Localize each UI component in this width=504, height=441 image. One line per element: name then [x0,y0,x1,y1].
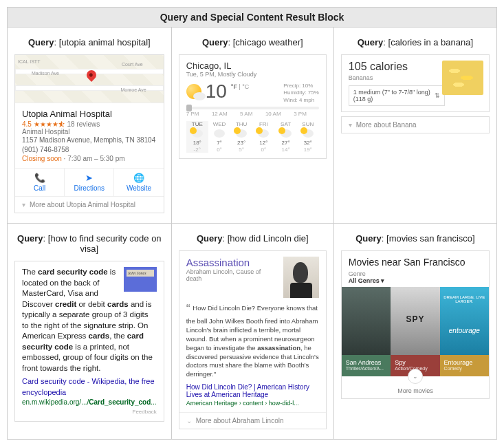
answer-card: Assassination Abraham Lincoln, Cause of … [179,250,327,429]
poster-row: San AndreasThriller/Action/A...SpyAction… [342,287,489,376]
hour-labels: 7 PM12 AM 5 AM10 AM 3 PM [186,111,319,117]
business-address: 1157 Madison Avenue, Memphis, TN 38104 [22,136,157,145]
query-line: Query: [how to find security code on vis… [14,233,164,254]
featured-snippet: The card security code is located on the… [14,261,164,422]
query-line: Query: [calories in a banana] [341,37,490,47]
rating-value: 4.5 [22,120,32,128]
knowledge-card: ICAL ISTT Madison Ave Court Ave Monroe A… [14,54,164,213]
query-text: [how did Lincoln die] [228,233,309,244]
block-header: Query and Special Content Result Block [8,8,496,28]
review-count[interactable]: 18 reviews [67,120,100,128]
weather-icon [186,84,201,99]
movie-poster[interactable]: EntourageComedy [440,287,489,376]
query-text: [calories in a banana] [388,37,474,47]
expand-circle-icon[interactable]: ⌄ [408,369,423,384]
genre-label: Genre [349,270,366,277]
business-phone: (901) 746-8758 [22,145,157,155]
query-label: Query [28,37,54,47]
action-row: 📞Call ➤Directions 🌐Website [15,168,164,196]
query-text: [how to find security code on visa] [48,233,162,254]
time-slider[interactable] [186,107,319,109]
select-arrows-icon: ⇅ [435,92,440,99]
genre-select[interactable]: All Genres ▾ [349,277,385,284]
source-link[interactable]: Card security code - Wikipedia, the free… [22,377,155,396]
source-breadcrumb: American Heritage › content › how-did-l.… [179,398,326,412]
cell-utopia: Query: [utopia animal hospital] ICAL IST… [8,28,172,224]
chevron-down-icon: ▾ [381,277,384,284]
forecast-day[interactable]: WED7°0° [208,121,230,153]
source-link[interactable]: How Did Lincoln Die? | American History … [179,383,326,398]
directions-button[interactable]: ➤Directions [65,169,114,196]
forecast-day[interactable]: SUN32°19° [297,121,319,153]
website-button[interactable]: 🌐Website [114,169,163,196]
phone-icon: 📞 [15,173,64,183]
forecast-day[interactable]: THU23°5° [230,121,252,153]
cell-lincoln: Query: [how did Lincoln die] Assassinati… [172,224,334,439]
weather-card: Chicago, IL Tue, 5 PM, Mostly Cloudy 10 … [179,54,327,159]
chevron-down-icon: ▾ [349,121,352,129]
query-text: [chicago weather] [233,37,303,47]
business-title[interactable]: Utopia Animal Hospital [22,109,157,119]
movies-title: Movies near San Francisco [349,257,482,268]
movie-poster[interactable]: San AndreasThriller/Action/A... [342,287,391,376]
examples-grid: Query: [utopia animal hospital] ICAL IST… [8,28,496,439]
forecast-day[interactable]: TUE18°-2° [186,121,208,153]
slider-thumb-icon[interactable] [186,105,192,111]
query-line: Query: [how did Lincoln die] [179,233,327,244]
closing-status: Closing soon [22,155,62,162]
unit-f[interactable]: °F [231,83,237,90]
cell-calories: Query: [calories in a banana] 105 calori… [334,28,496,224]
weather-subtitle: Tue, 5 PM, Mostly Cloudy [186,71,319,78]
business-category: Animal Hospital [22,128,157,136]
movies-card: Movies near San Francisco Genre All Genr… [341,250,490,399]
query-text: [utopia animal hospital] [59,37,151,47]
query-line: Query: [utopia animal hospital] [14,37,164,47]
more-movies-row[interactable]: ⌄ More movies [342,376,489,398]
feedback-link[interactable]: Feedback [22,409,157,416]
unit-c[interactable]: °C [242,83,249,90]
more-about-row[interactable]: ▾ More about Banana [341,116,490,133]
lincoln-portrait [283,257,319,298]
result-block-frame: Query and Special Content Result Block Q… [7,7,497,440]
more-about-row[interactable]: ⌄ More about Abraham Lincoln [179,412,326,429]
temperature-value: 10 [206,80,227,103]
cell-security-code: Query: [how to find security code on vis… [8,224,172,439]
answer-quote: How Did Lincoln Die? Everyone knows that… [179,301,326,383]
answer-title: Assassination [186,257,278,268]
forecast-day[interactable]: FRI12°0° [252,121,274,153]
star-icons: ★★★★⯪ [34,120,65,128]
chevron-down-icon: ⌄ [186,417,192,424]
query-line: Query: [movies san francisco] [341,233,490,244]
forecast-row: TUE18°-2°WED7°0°THU23°5°FRI12°0°SAT27°14… [186,121,319,153]
more-about-row[interactable]: ▾ More about Utopia Animal Hospital [15,196,164,213]
map-preview[interactable]: ICAL ISTT Madison Ave Court Ave Monroe A… [15,55,164,103]
banana-image [442,61,483,95]
business-hours: 7:30 am – 5:30 pm [67,155,124,162]
chevron-down-icon: ▾ [22,201,25,208]
movie-poster[interactable]: SpyAction/Comedy [391,287,439,376]
nutrition-card: 105 calories Bananas 1 medium (7" to 7-7… [341,54,490,112]
query-line: Query: [chicago weather] [179,37,327,47]
query-text: [movies san francisco] [386,233,475,244]
call-button[interactable]: 📞Call [15,169,65,196]
globe-icon: 🌐 [114,173,163,183]
cell-weather: Query: [chicago weather] Chicago, IL Tue… [172,28,334,224]
weather-meta: Precip: 10% Humidity: 75% Wind: 4 mph [283,83,319,104]
directions-icon: ➤ [65,173,113,183]
weather-location: Chicago, IL [186,61,319,71]
forecast-day[interactable]: SAT27°14° [274,121,296,153]
serving-select[interactable]: 1 medium (7" to 7-7/8" long) (118 g) ⇅ [349,85,445,106]
answer-subtitle: Abraham Lincoln, Cause of death [186,268,278,282]
card-back-image [124,267,157,292]
source-url: en.m.wikipedia.org/.../Card_security_cod… [22,398,157,407]
cell-movies: Query: [movies san francisco] Movies nea… [334,224,496,439]
